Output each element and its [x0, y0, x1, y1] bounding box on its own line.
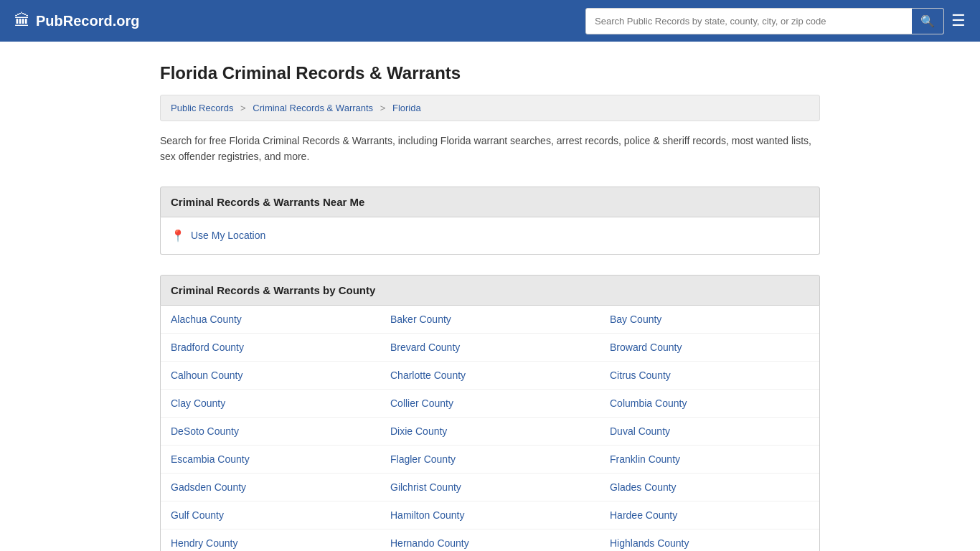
use-my-location-button[interactable]: 📍 Use My Location — [171, 229, 265, 242]
county-cell: Broward County — [600, 334, 819, 362]
site-logo[interactable]: 🏛 PubRecord.org — [14, 11, 139, 30]
county-link[interactable]: Dixie County — [390, 425, 447, 437]
county-cell: Clay County — [161, 390, 380, 418]
county-link[interactable]: Duval County — [610, 425, 670, 437]
county-cell: Duval County — [600, 418, 819, 446]
county-cell: Gilchrist County — [380, 474, 600, 501]
page-description: Search for free Florida Criminal Records… — [160, 133, 820, 165]
county-link[interactable]: Highlands County — [610, 537, 689, 549]
logo-text: PubRecord.org — [36, 13, 139, 29]
county-link[interactable]: Glades County — [610, 481, 677, 493]
county-link[interactable]: Hendry County — [171, 537, 237, 549]
search-icon: 🔍 — [920, 15, 935, 27]
county-cell: Columbia County — [600, 390, 819, 418]
hamburger-icon: ☰ — [951, 11, 966, 29]
breadcrumb-criminal-records[interactable]: Criminal Records & Warrants — [253, 103, 373, 113]
county-link[interactable]: Columbia County — [610, 397, 687, 409]
county-cell: Flagler County — [380, 446, 600, 474]
county-link[interactable]: Flagler County — [390, 453, 456, 465]
county-link[interactable]: Charlotte County — [390, 369, 466, 381]
county-link[interactable]: Hamilton County — [390, 509, 465, 521]
county-cell: Calhoun County — [161, 362, 380, 390]
county-cell: DeSoto County — [161, 418, 380, 446]
county-link[interactable]: Brevard County — [390, 342, 460, 353]
breadcrumb: Public Records > Criminal Records & Warr… — [160, 95, 820, 121]
near-me-section-body: 📍 Use My Location — [160, 217, 820, 255]
by-county-section: Criminal Records & Warrants by County Al… — [160, 275, 820, 551]
county-link[interactable]: Clay County — [171, 397, 225, 409]
county-cell: Alachua County — [161, 306, 380, 334]
near-me-section-header: Criminal Records & Warrants Near Me — [160, 187, 820, 217]
county-cell: Hendry County — [161, 529, 380, 551]
county-cell: Gulf County — [161, 501, 380, 529]
county-link[interactable]: Gadsden County — [171, 481, 246, 493]
county-cell: Hamilton County — [380, 501, 600, 529]
county-cell: Escambia County — [161, 446, 380, 474]
county-link[interactable]: Hernando County — [390, 537, 469, 549]
county-cell: Brevard County — [380, 334, 600, 362]
breadcrumb-sep-2: > — [380, 103, 386, 113]
county-cell: Baker County — [380, 306, 600, 334]
county-link[interactable]: Escambia County — [171, 453, 250, 465]
county-link[interactable]: Franklin County — [610, 453, 680, 465]
county-link[interactable]: DeSoto County — [171, 425, 239, 437]
breadcrumb-florida[interactable]: Florida — [392, 103, 421, 113]
county-link[interactable]: Citrus County — [610, 369, 671, 381]
hamburger-button[interactable]: ☰ — [951, 13, 966, 29]
county-link[interactable]: Broward County — [610, 342, 682, 353]
county-cell: Bradford County — [161, 334, 380, 362]
breadcrumb-sep-1: > — [240, 103, 246, 113]
county-link[interactable]: Baker County — [390, 314, 451, 325]
county-link[interactable]: Gulf County — [171, 509, 224, 521]
county-cell: Bay County — [600, 306, 819, 334]
breadcrumb-public-records[interactable]: Public Records — [171, 103, 233, 113]
county-link[interactable]: Gilchrist County — [390, 481, 461, 493]
county-cell: Highlands County — [600, 529, 819, 551]
page-title: Florida Criminal Records & Warrants — [160, 63, 820, 83]
county-cell: Collier County — [380, 390, 600, 418]
county-cell: Hardee County — [600, 501, 819, 529]
county-cell: Citrus County — [600, 362, 819, 390]
county-link[interactable]: Bradford County — [171, 342, 244, 353]
county-link[interactable]: Calhoun County — [171, 369, 242, 381]
county-cell: Charlotte County — [380, 362, 600, 390]
search-button[interactable]: 🔍 — [912, 9, 943, 34]
site-header: 🏛 PubRecord.org 🔍 ☰ — [0, 0, 980, 42]
main-content: Florida Criminal Records & Warrants Publ… — [146, 42, 834, 551]
use-my-location-label: Use My Location — [191, 230, 265, 241]
county-link[interactable]: Hardee County — [610, 509, 677, 521]
county-grid: Alachua CountyBaker CountyBay CountyBrad… — [161, 306, 819, 551]
logo-icon: 🏛 — [14, 11, 30, 30]
county-cell: Dixie County — [380, 418, 600, 446]
county-list-body: Alachua CountyBaker CountyBay CountyBrad… — [160, 306, 820, 551]
county-link[interactable]: Alachua County — [171, 314, 242, 325]
county-link[interactable]: Bay County — [610, 314, 661, 325]
search-bar: 🔍 — [585, 8, 944, 34]
county-cell: Franklin County — [600, 446, 819, 474]
by-county-section-header: Criminal Records & Warrants by County — [160, 275, 820, 306]
location-icon: 📍 — [171, 229, 185, 242]
county-cell: Hernando County — [380, 529, 600, 551]
county-link[interactable]: Collier County — [390, 397, 453, 409]
near-me-section: Criminal Records & Warrants Near Me 📍 Us… — [160, 187, 820, 255]
search-input[interactable] — [586, 10, 912, 32]
county-cell: Gadsden County — [161, 474, 380, 501]
county-cell: Glades County — [600, 474, 819, 501]
header-right: 🔍 ☰ — [585, 8, 966, 34]
